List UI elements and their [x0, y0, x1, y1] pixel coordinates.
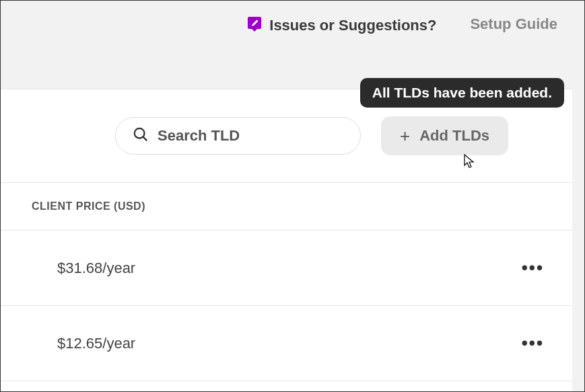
header-bar: Issues or Suggestions? Setup Guide: [1, 1, 584, 89]
search-input[interactable]: [158, 127, 343, 145]
price-cell: $12.65/year: [57, 335, 135, 352]
tooltip: All TLDs have been added.: [360, 78, 564, 108]
plus-icon: +: [400, 127, 410, 145]
add-tlds-button[interactable]: + Add TLDs: [381, 116, 508, 155]
add-tlds-label: Add TLDs: [419, 127, 489, 145]
search-icon: [133, 127, 148, 145]
issues-label: Issues or Suggestions?: [269, 17, 436, 34]
issues-suggestions-link[interactable]: Issues or Suggestions?: [246, 15, 436, 36]
setup-guide-link[interactable]: Setup Guide: [470, 15, 557, 33]
more-options-icon[interactable]: •••: [522, 258, 544, 278]
feedback-icon: [246, 15, 263, 36]
scrollbar[interactable]: [572, 1, 584, 391]
search-input-wrap[interactable]: [115, 117, 361, 155]
table-header: CLIENT PRICE (USD): [1, 182, 584, 231]
price-cell: $31.68/year: [57, 260, 135, 277]
table-row: $12.65/year •••: [1, 306, 584, 381]
more-options-icon[interactable]: •••: [522, 333, 544, 354]
table-row: $31.68/year •••: [1, 231, 584, 306]
